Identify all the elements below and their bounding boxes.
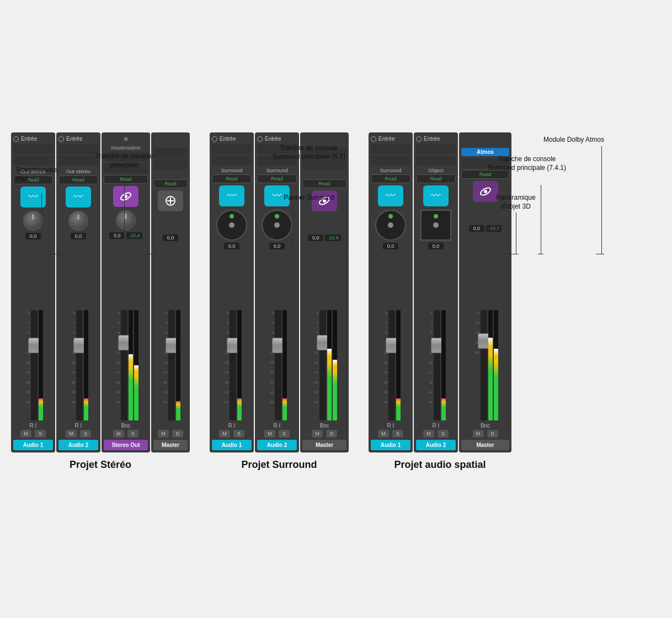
channel-name: Audio 2 [58,440,98,450]
dim-button[interactable]: D [172,430,183,438]
input-indicator [212,136,217,142]
mute-button[interactable]: M [219,430,230,438]
mute-button[interactable]: M [158,430,169,438]
ms-row: M S [416,430,456,438]
fader-track-container: 0 3 6 9 12 18 24 30 40 60 [267,310,287,420]
solo-button[interactable]: S [127,430,138,438]
fader-track-container: 0 3 6 9 12 18 24 30 40 60 [222,310,242,420]
ri-row: R I [13,423,53,429]
object-panner[interactable] [420,210,451,241]
fader-scale: 0 3 6 9 12 18 24 30 40 60 [426,310,433,411]
meter-fill [282,398,287,420]
channel-master-stereo: Read 0,0 [151,132,190,452]
mute-button[interactable]: M [113,430,124,438]
panner-dot [229,222,234,228]
channel-audio2-surround: Entrée Surround Read 〰 0,0 [255,132,299,452]
read-button[interactable]: Read [416,174,456,183]
surround-panner[interactable] [375,210,406,241]
dim-button[interactable]: D [487,430,498,438]
spacer2 [153,159,188,169]
value-row: 0,0 [371,243,410,249]
read-button[interactable]: Read [58,175,98,184]
meter-bar [237,310,242,420]
pan-knob[interactable] [23,211,43,231]
waveform-icon: 〰 [227,190,237,202]
fader-track[interactable] [275,310,281,420]
waveform-icon: 〰 [386,190,396,202]
surround-panner[interactable] [216,210,247,241]
mute-button[interactable]: M [423,430,434,438]
read-button[interactable]: Read [212,174,252,183]
input-row [302,136,346,146]
mute-button[interactable]: M [66,430,77,438]
plugin-button[interactable]: 〰 [20,187,46,207]
ri-row: Bnc [302,423,346,429]
fader-track[interactable] [388,310,395,420]
fader-track[interactable] [76,310,83,420]
pan-knob[interactable] [116,210,136,230]
solo-button[interactable]: S [438,430,449,438]
solo-button[interactable]: S [279,430,290,438]
plugin-button[interactable]: 〰 [219,185,244,206]
solo-button[interactable]: S [392,430,403,438]
meter-bar [396,310,401,420]
ms-row: M S [371,430,410,438]
ri-row: R I [58,423,98,429]
fader-track[interactable] [230,310,236,420]
fader-section: 0 12 24 40 60 [461,234,509,420]
ri-row [153,423,188,429]
read-button[interactable]: Read [302,179,346,188]
project-surround: Entrée Surround Read 〰 0,0 [210,132,349,471]
read-button[interactable]: Read [153,179,188,188]
plugin-button[interactable] [113,186,138,207]
fader-scale: 0 3 6 9 12 18 24 30 40 60 [381,310,387,411]
plugin-button[interactable]: 〰 [378,185,403,206]
channel-master-spatial: Atmos Read 0,0 -15,7 [459,132,511,452]
mute-button[interactable]: M [312,430,323,438]
surround-label: Surround [212,167,252,173]
mute-button[interactable]: M [20,430,31,438]
value-row: 0,0 [416,243,456,249]
fader-track[interactable] [481,310,487,420]
input-indicator [371,136,376,142]
solo-button[interactable]: S [80,430,91,438]
ms-row: M D [302,430,346,438]
fader-section: 0 3 6 9 12 18 24 30 40 60 [371,252,410,420]
fader-track[interactable] [121,310,127,420]
mute-button[interactable]: M [264,430,275,438]
meter-fill [396,398,401,420]
read-button[interactable]: Read [371,174,410,183]
input-indicator [58,136,64,142]
plugin-button[interactable] [473,181,498,202]
input-indicator [13,136,19,142]
orbit-icon [479,185,492,198]
fader-track[interactable] [434,310,440,420]
atmos-badge[interactable]: Atmos [461,148,509,156]
plugin-button[interactable] [312,190,337,211]
fader-track[interactable] [168,310,175,420]
solo-button[interactable]: S [35,430,46,438]
dim-button[interactable]: D [326,430,337,438]
bottom-controls: R I M S Audio 2 [58,423,98,450]
meter-bar [129,310,133,420]
panner-dot [433,222,439,228]
fader-track[interactable] [31,310,38,420]
plugin-button[interactable]: 〰 [423,185,449,206]
solo-button[interactable]: S [233,430,244,438]
read-button[interactable]: Read [461,170,509,179]
plugin-button[interactable]: 〰 [66,187,91,207]
surround-panner[interactable] [262,210,292,241]
read-button[interactable]: Read [257,174,297,183]
mute-button[interactable]: M [473,430,484,438]
mute-button[interactable]: M [378,430,389,438]
plugin-button[interactable] [158,190,183,211]
pan-knob[interactable] [68,211,88,231]
fader-track-container: 0 3 6 9 12 18 24 30 40 60 [161,310,180,420]
read-button[interactable]: Read [104,175,148,184]
fader-track[interactable] [319,310,326,420]
value-row: 0,0 -10,6 [302,235,346,241]
plugin-button[interactable]: 〰 [264,185,290,206]
full-area: Potentiomètre Pan Tranche de console pri… [11,132,662,482]
bottom-controls: Bnc M S Stereo Out [104,423,148,450]
read-button[interactable]: Read [13,175,53,184]
